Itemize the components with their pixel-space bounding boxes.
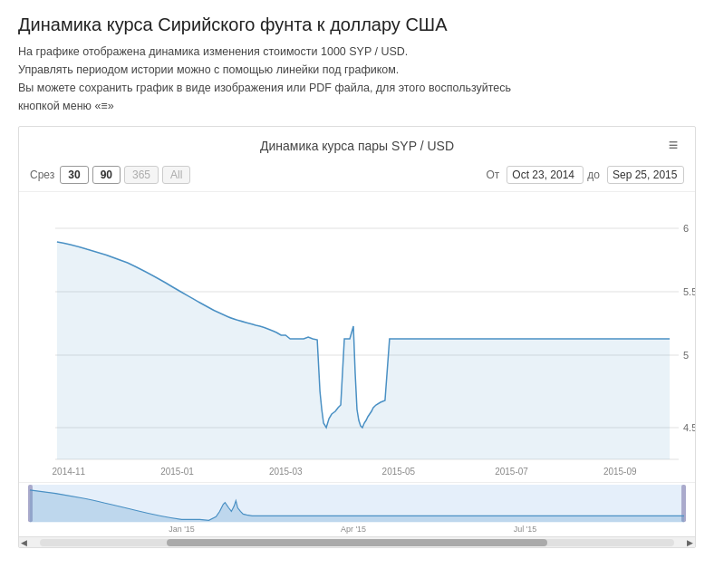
controls-right: От до [486, 166, 684, 184]
desc-line2: Управлять периодом истории можно с помощ… [18, 61, 696, 79]
svg-text:2015-07: 2015-07 [495, 467, 528, 477]
svg-text:2015-09: 2015-09 [603, 467, 637, 477]
chart-header: Динамика курса пары SYP / USD ≡ [19, 136, 695, 162]
period-label: Срез [30, 169, 54, 181]
scroll-right-arrow[interactable]: ▶ [685, 537, 695, 548]
svg-text:5: 5 [683, 350, 689, 361]
svg-text:2015-05: 2015-05 [382, 467, 416, 477]
svg-text:2014-11: 2014-11 [53, 467, 86, 477]
scrollbar-container[interactable]: ◀ ▶ [19, 536, 695, 547]
svg-text:Apr '15: Apr '15 [341, 525, 366, 534]
desc-line1: На графике отображена динамика изменения… [18, 43, 696, 61]
chart-controls: Срез 30 90 365 All От до [19, 162, 695, 192]
period-btn-all[interactable]: All [162, 166, 190, 184]
period-btn-90[interactable]: 90 [92, 166, 121, 184]
date-to-label: до [587, 169, 600, 181]
svg-text:2015-03: 2015-03 [269, 467, 303, 477]
svg-text:5.5: 5.5 [683, 286, 695, 297]
minimap-container[interactable]: Jan '15 Apr '15 Jul '15 [19, 482, 695, 536]
main-chart-area: 6 5.5 5 4.5 2014-11 2015-01 2015-03 2015… [19, 192, 695, 482]
svg-text:4.5: 4.5 [683, 422, 695, 433]
desc-line3: Вы можете сохранить график в виде изобра… [18, 79, 696, 97]
desc-line4: кнопкой меню «≡» [18, 97, 696, 115]
date-to-input[interactable] [607, 166, 684, 184]
chart-title: Динамика курса пары SYP / USD [52, 139, 662, 153]
scroll-left-arrow[interactable]: ◀ [19, 537, 29, 548]
svg-text:2015-01: 2015-01 [160, 467, 194, 477]
page-container: Динамика курса Сирийского фунта к доллар… [0, 0, 714, 563]
date-from-label: От [486, 169, 499, 181]
period-btn-365[interactable]: 365 [124, 166, 159, 184]
page-title: Динамика курса Сирийского фунта к доллар… [18, 14, 696, 35]
scrollbar-track[interactable] [40, 539, 674, 546]
svg-text:Jan '15: Jan '15 [169, 525, 195, 534]
chart-container: Динамика курса пары SYP / USD ≡ Срез 30 … [18, 126, 696, 548]
scrollbar-thumb[interactable] [167, 539, 547, 546]
chart-svg: 6 5.5 5 4.5 2014-11 2015-01 2015-03 2015… [19, 192, 695, 482]
svg-text:Jul '15: Jul '15 [514, 525, 537, 534]
svg-text:6: 6 [683, 223, 689, 234]
period-btn-30[interactable]: 30 [60, 166, 88, 184]
description: На графике отображена динамика изменения… [18, 43, 696, 115]
hamburger-menu-icon[interactable]: ≡ [662, 136, 684, 155]
date-from-input[interactable] [507, 166, 584, 184]
controls-left: Срез 30 90 365 All [30, 166, 486, 184]
minimap-svg: Jan '15 Apr '15 Jul '15 [19, 483, 695, 536]
